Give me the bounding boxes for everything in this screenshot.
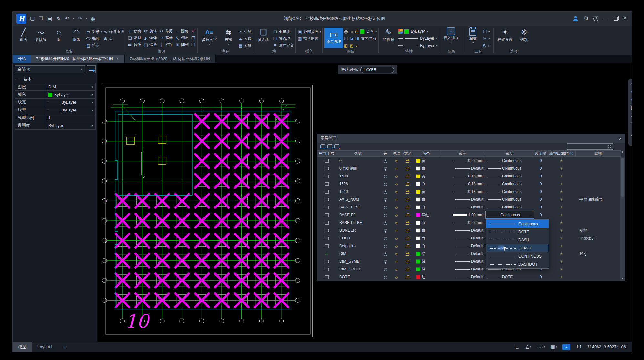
layer-lineweight-cell[interactable]: Default	[440, 234, 485, 242]
layer-current-cell[interactable]	[317, 188, 336, 196]
layer-vp-freeze-cell[interactable]: ✳	[547, 234, 576, 242]
layer-current-cell[interactable]	[317, 196, 336, 203]
linetype-combo-ribbon[interactable]: ByLayer	[420, 43, 434, 48]
layer-vp-freeze-cell[interactable]: ✳	[547, 196, 576, 203]
layer-on-cell[interactable]: ◎	[380, 180, 391, 188]
layer-row[interactable]: BASE-DJ-BH◎☼白0.25 mmContinuous0✳	[317, 219, 621, 227]
layer-color-cell[interactable]: 绿	[413, 250, 440, 258]
layer-current-cell[interactable]	[317, 258, 336, 265]
object-snap-icon[interactable]: ▣▾	[550, 344, 557, 350]
layer-state-icon[interactable]: ◒	[355, 43, 358, 48]
layer-current-cell[interactable]	[317, 203, 336, 211]
layer-freeze-cell[interactable]: ☼	[391, 258, 402, 265]
viewport-freeze-icon[interactable]: ✳	[560, 159, 563, 163]
dropdown-icon[interactable]: ▾	[91, 93, 93, 96]
eye-icon[interactable]: ◎	[384, 166, 387, 171]
layer-lineweight-cell[interactable]: 0.18 mm	[440, 172, 485, 180]
layer-row[interactable]: BORDER◎☼白DefaultContinuous0✳图框	[317, 227, 621, 234]
erase-button[interactable]: ✐	[191, 28, 196, 34]
dropdown-icon[interactable]: ▾	[91, 124, 93, 127]
layer-freeze-cell[interactable]: ☼	[391, 234, 402, 242]
circle-button[interactable]: ○圆	[50, 27, 67, 42]
layer-freeze-cell[interactable]: ☼	[391, 211, 402, 219]
layer-linetype-cell[interactable]: Continuous	[485, 196, 534, 203]
layer-transparency-cell[interactable]: 0	[534, 211, 547, 219]
open-file-icon[interactable]: ❒	[38, 16, 44, 22]
layer-row[interactable]: DIM_COOR◎☼绿DefaultContinuous0✳	[317, 265, 621, 273]
viewport-scale[interactable]: 1:1	[576, 344, 582, 349]
layer-freeze-cell[interactable]: ☼	[391, 242, 402, 250]
layer-lineweight-cell[interactable]: Default	[440, 203, 485, 211]
sun-icon[interactable]: ☼	[394, 212, 399, 217]
layer-lock-cell[interactable]	[402, 242, 413, 250]
layer-lineweight-cell[interactable]: Default	[440, 227, 485, 234]
layer-vp-freeze-cell[interactable]: ✳	[547, 273, 576, 281]
current-layer-combo[interactable]: DIM	[366, 29, 373, 34]
layer-linetype-cell[interactable]: Continuous	[485, 203, 534, 211]
layer-manager-button[interactable]: 图层管理	[324, 28, 343, 48]
layer-current-cell[interactable]	[317, 157, 336, 164]
layer-lock-cell[interactable]	[402, 196, 413, 203]
dialog-scrollbar[interactable]: ▲ ▼	[620, 157, 625, 281]
layer-current-cell[interactable]	[317, 164, 336, 172]
layer-freeze-cell[interactable]: ☼	[391, 188, 402, 196]
layer-lock-cell[interactable]	[402, 265, 413, 273]
layer-lock-cell[interactable]	[402, 211, 413, 219]
create-block-button[interactable]: ⊡创建块	[273, 28, 294, 35]
lock-icon[interactable]	[406, 222, 409, 225]
current-layer-checkbox[interactable]	[325, 182, 329, 186]
section-basic[interactable]: —基本	[15, 75, 96, 83]
layer-row[interactable]: 1540◎☼黄0.18 mmContinuous0✳	[317, 188, 621, 196]
layer-current-cell[interactable]	[317, 234, 336, 242]
table-button[interactable]: ▦表格	[238, 42, 251, 48]
layer-row[interactable]: DOTE◎☼红DefaultDOTE0✳	[317, 273, 621, 281]
scroll-down-icon[interactable]: ▼	[620, 277, 625, 280]
layer-current-cell[interactable]	[317, 265, 336, 273]
linetype-option[interactable]: _DASH	[486, 244, 549, 252]
viewport-freeze-icon[interactable]: ✳	[560, 252, 563, 256]
layer-on-cell[interactable]: ◎	[380, 242, 391, 250]
block-manager-button[interactable]: ❏块管理	[273, 35, 294, 42]
layer-color-cell[interactable]: 白	[413, 180, 440, 188]
revcloud-button[interactable]: ☁云线	[238, 35, 251, 42]
layer-freeze-cell[interactable]: ☼	[391, 157, 402, 164]
layer-color-cell[interactable]: 红	[413, 273, 440, 281]
layer-vp-freeze-cell[interactable]: ✳	[547, 227, 576, 234]
new-layer-button[interactable]: +	[320, 144, 325, 148]
layer-current-cell[interactable]	[317, 172, 336, 180]
current-layer-checkbox[interactable]	[325, 268, 329, 271]
layer-color-cell[interactable]: 黄	[413, 188, 440, 196]
layer-vp-freeze-cell[interactable]: ✳	[547, 242, 576, 250]
column-header[interactable]: 说明	[576, 151, 621, 156]
current-layer-checkbox[interactable]	[325, 198, 329, 201]
layer-color-cell[interactable]: 白	[413, 234, 440, 242]
property-value[interactable]: DIM▾	[46, 83, 95, 90]
linetype-option[interactable]: DOTE	[486, 228, 549, 236]
orbit-icon[interactable]: ⟲▾	[631, 120, 632, 130]
column-header[interactable]: 冻结	[391, 151, 402, 156]
app-logo-icon[interactable]: H	[16, 14, 26, 24]
layer-vp-freeze-cell[interactable]: ✳	[547, 164, 576, 172]
layer-linetype-cell[interactable]: Continuous	[485, 188, 534, 196]
current-layer-checkbox[interactable]	[325, 159, 329, 163]
polyline-button[interactable]: ↝多段线	[33, 27, 49, 42]
layer-vp-freeze-cell[interactable]: ✳	[547, 265, 576, 273]
column-header[interactable]: 颜色	[413, 151, 440, 156]
hatch-button[interactable]: ▨填充	[86, 42, 102, 48]
lock-icon[interactable]	[406, 207, 409, 209]
rotate-button[interactable]: ⟳旋转	[143, 28, 157, 34]
dialog-title-bar[interactable]: 图层管理 ×	[317, 134, 625, 143]
current-layer-checkbox[interactable]	[325, 244, 329, 248]
doc-tab[interactable]: 7#楼基坑开挖图20...原坐标粘贴坐标定位图×	[31, 55, 124, 63]
layer-current-cell[interactable]	[317, 180, 336, 188]
eye-icon[interactable]: ◎	[384, 174, 387, 179]
save-as-icon[interactable]: ✎	[56, 16, 61, 22]
layer-search-input[interactable]	[567, 143, 613, 150]
layer-lock-cell[interactable]	[402, 219, 413, 227]
viewport-freeze-icon[interactable]: ✳	[560, 275, 563, 279]
viewport-freeze-icon[interactable]: ✳	[560, 228, 563, 233]
layer-lineweight-cell[interactable]: 0.18 mm	[440, 188, 485, 196]
sun-icon[interactable]: ☼	[394, 259, 399, 264]
layer-lineweight-cell[interactable]: Default	[440, 273, 485, 281]
polar-tracking-icon[interactable]: ∠▾	[525, 344, 531, 350]
